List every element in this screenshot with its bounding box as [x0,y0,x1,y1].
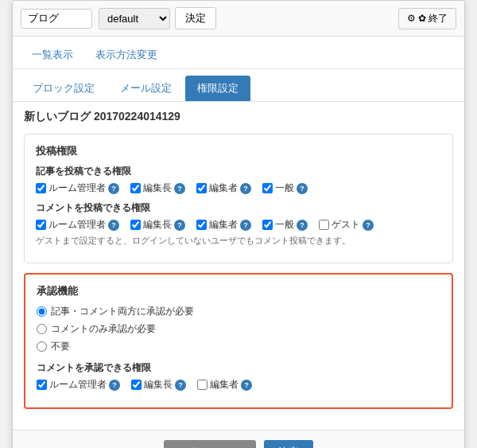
comment-perm-label: コメントを投稿できる権限 [36,201,441,215]
comment-perm-general-checkbox[interactable] [262,220,273,230]
list-item: ルーム管理者 ? [36,218,119,232]
list-item: 不要 [37,340,440,353]
template-select[interactable]: default [99,8,170,29]
comment-approval-perm-label: コメントを承認できる権限 [37,361,440,375]
article-perm-room-manager-label: ルーム管理者 [48,181,106,195]
list-item: ルーム管理者 ? [37,378,120,392]
comment-perm-group: コメントを投稿できる権限 ルーム管理者 ? 編集長 ? 編集者 [36,201,441,247]
top-bar: default 決定 ⚙✿ 終了 [13,1,464,37]
post-permission-section: 投稿権限 記事を投稿できる権限 ルーム管理者 ? 編集長 ? [24,134,453,263]
list-item: 編集者 ? [197,378,252,392]
comment-perm-editor-chief-label: 編集長 [143,218,172,232]
approval-section-title: 承認機能 [37,284,440,298]
article-perm-editor-checkbox[interactable] [196,183,207,193]
list-item: ルーム管理者 ? [36,181,119,195]
bottom-bar: ✕ キャンセル 決定 [13,430,464,448]
main-tabs: 一覧表示 表示方法変更 [13,37,464,69]
comment-perm-general-label: 一般 [275,218,294,232]
approval-radio-both[interactable] [37,306,47,317]
comment-perm-room-manager-checkbox[interactable] [36,220,46,230]
post-permission-title: 投稿権限 [36,144,441,158]
article-perm-room-manager-checkbox[interactable] [36,183,46,193]
article-perm-general-label: 一般 [275,181,294,195]
approval-section: 承認機能 記事・コメント両方に承認が必要 コメントのみ承認が必要 不要 コメント… [24,273,453,409]
help-icon[interactable]: ? [241,380,252,391]
article-perm-general-checkbox[interactable] [262,183,273,193]
list-item: 編集長 ? [131,378,186,392]
help-icon[interactable]: ? [297,183,308,194]
comment-perm-note: ゲストまで設定すると、ログインしていないユーザでもコメント投稿できます。 [36,235,441,247]
list-item: ゲスト ? [319,218,374,232]
list-item: 編集者 ? [196,181,251,195]
article-perm-editor-chief-label: 編集長 [143,181,172,195]
article-perm-editor-chief-checkbox[interactable] [130,183,141,193]
approval-perm-editor-checkbox[interactable] [197,380,207,390]
article-perm-label: 記事を投稿できる権限 [36,165,441,178]
article-perm-editor-label: 編集者 [209,181,238,195]
comment-perm-editor-checkbox[interactable] [196,220,207,230]
help-icon[interactable]: ? [297,220,308,231]
approval-perm-room-manager-checkbox[interactable] [37,380,47,390]
confirm-button[interactable]: 決定 [264,440,313,448]
comment-perm-guest-label: ゲスト [332,218,360,232]
help-icon[interactable]: ? [108,183,119,194]
end-button[interactable]: ⚙✿ 終了 [398,8,456,29]
list-item: 記事・コメント両方に承認が必要 [37,305,440,318]
list-item: 編集長 ? [130,218,185,232]
comment-perm-guest-checkbox[interactable] [319,220,329,230]
comment-approval-perm-group: コメントを承認できる権限 ルーム管理者 ? 編集長 ? 編集者 [37,361,440,392]
page-title: 新しいブログ 20170224014129 [13,102,464,129]
comment-perm-editor-label: 編集者 [209,218,238,232]
tab-mail-settings[interactable]: メール設定 [108,76,184,101]
gear-icon: ⚙ [407,13,416,24]
comment-perm-items: ルーム管理者 ? 編集長 ? 編集者 ? 一般 [36,218,441,232]
help-icon[interactable]: ? [109,380,120,391]
approval-perm-room-manager-label: ルーム管理者 [49,378,107,392]
comment-approval-perm-items: ルーム管理者 ? 編集長 ? 編集者 ? [37,378,440,392]
list-item: コメントのみ承認が必要 [37,322,440,336]
cancel-button[interactable]: ✕ キャンセル [164,440,256,448]
approval-both-label: 記事・コメント両方に承認が必要 [51,305,194,318]
help-icon[interactable]: ? [175,380,186,391]
help-icon[interactable]: ? [174,183,185,194]
approval-none-label: 不要 [51,340,70,353]
comment-perm-editor-chief-checkbox[interactable] [130,220,141,230]
content-area: 投稿権限 記事を投稿できる権限 ルーム管理者 ? 編集長 ? [13,129,464,430]
help-icon[interactable]: ? [363,220,374,231]
help-icon[interactable]: ? [240,220,251,231]
main-window: default 決定 ⚙✿ 終了 一覧表示 表示方法変更 ブロック設定 メール設… [12,0,465,448]
approval-perm-editor-chief-checkbox[interactable] [131,380,142,390]
approval-perm-editor-chief-label: 編集長 [144,378,173,392]
tab-list-view[interactable]: 一覧表示 [21,43,84,68]
tab-permission-settings[interactable]: 権限設定 [185,76,250,101]
approval-radio-none[interactable] [37,341,47,352]
top-decide-button[interactable]: 決定 [175,7,216,29]
help-icon[interactable]: ? [240,183,251,194]
tab-block-settings[interactable]: ブロック設定 [21,76,107,101]
blog-name-input[interactable] [21,9,92,29]
approval-perm-editor-label: 編集者 [210,378,238,392]
article-perm-group: 記事を投稿できる権限 ルーム管理者 ? 編集長 ? 編集者 [36,165,441,195]
list-item: 一般 ? [262,218,308,232]
list-item: 一般 ? [262,181,308,195]
help-icon[interactable]: ? [108,220,119,231]
article-perm-items: ルーム管理者 ? 編集長 ? 編集者 ? 一般 [36,181,441,195]
help-icon[interactable]: ? [174,220,185,231]
tab-display-change[interactable]: 表示方法変更 [84,43,169,68]
approval-radio-comment-only[interactable] [37,324,47,334]
list-item: 編集長 ? [130,181,185,195]
list-item: 編集者 ? [196,218,251,232]
comment-perm-room-manager-label: ルーム管理者 [48,218,106,232]
approval-radios: 記事・コメント両方に承認が必要 コメントのみ承認が必要 不要 [37,305,440,353]
approval-comment-only-label: コメントのみ承認が必要 [51,322,156,336]
sub-tabs: ブロック設定 メール設定 権限設定 [13,69,464,102]
